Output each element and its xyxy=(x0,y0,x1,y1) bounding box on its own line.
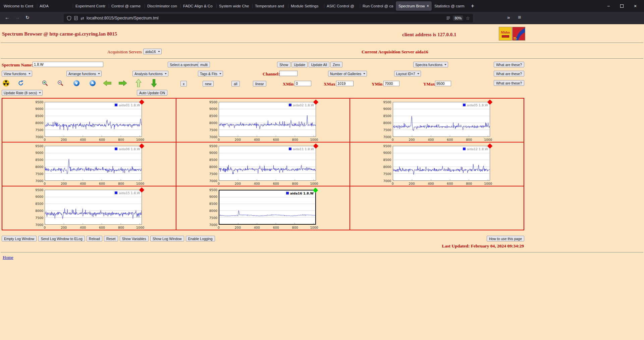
plot-area[interactable]: aida05 1.8.W xyxy=(393,102,490,137)
xmax-input[interactable] xyxy=(336,81,354,86)
browser-tab[interactable]: Control @ carme xyxy=(109,1,145,11)
browser-tab[interactable]: AIDA xyxy=(37,1,73,11)
auto-update-toggle[interactable]: Auto Update ON xyxy=(137,90,167,96)
permissions-icon[interactable]: ⇄ xyxy=(80,16,84,21)
what-are-these-button-1[interactable]: What are these? xyxy=(494,62,524,67)
refresh-icon[interactable] xyxy=(17,80,24,87)
y-tick-label: 8000 xyxy=(207,209,217,213)
url-bar[interactable]: ⇄ localhost:8015/Spectrum/Spectrum.tml 8… xyxy=(64,14,473,22)
green-arrow-down-icon[interactable] xyxy=(151,79,157,87)
plot-area[interactable]: aida01 1.8.W xyxy=(45,102,142,137)
page-info-icon[interactable] xyxy=(74,16,78,20)
multi-button[interactable]: multi xyxy=(198,62,210,67)
browser-tab[interactable]: System wide Che xyxy=(216,1,252,11)
y-tick-label: 7500 xyxy=(33,128,43,132)
analysis-functions-select[interactable]: Analysis functions xyxy=(132,71,168,76)
all-button[interactable]: all xyxy=(231,81,240,87)
green-arrow-right-icon[interactable] xyxy=(119,80,127,86)
menu-hamburger-icon[interactable]: ≡ xyxy=(518,14,521,20)
tab-title: Statistics @ carm xyxy=(434,4,465,8)
spectra-functions-select[interactable]: Spectra functions xyxy=(413,62,448,67)
show-button[interactable]: Show xyxy=(277,62,290,67)
update-all-button[interactable]: Update All xyxy=(309,62,329,67)
show-log-window-button[interactable]: Show Log Window xyxy=(150,236,184,241)
green-arrow-left-icon[interactable] xyxy=(103,80,111,86)
browser-tab[interactable]: Discriminator con xyxy=(145,1,180,11)
plot-area[interactable]: aida15 1.8.W xyxy=(45,190,142,225)
spectrum-name-input[interactable] xyxy=(33,62,103,67)
plot-area[interactable]: aida12 1.8.W xyxy=(393,146,490,181)
plot-area[interactable]: aida11 1.8.W xyxy=(219,146,316,181)
shield-icon[interactable] xyxy=(67,16,71,21)
new-button[interactable]: new xyxy=(203,81,214,87)
browser-tab[interactable]: Statistics @ carm xyxy=(432,1,468,11)
enable-logging-button[interactable]: Enable Logging xyxy=(186,236,215,241)
window-minimize-button[interactable]: − xyxy=(602,3,615,9)
spectrum-panel-aida11[interactable]: 7000750080008500900095000200400600800100… xyxy=(176,142,350,186)
show-variables-button[interactable]: Show Variables xyxy=(120,236,149,241)
spectrum-panel-aida01[interactable]: 7000750080008500900095000200400600800100… xyxy=(2,98,176,142)
zoom-level-badge[interactable]: 80% xyxy=(453,15,463,21)
layout-id-select[interactable]: Layout ID=7 xyxy=(394,71,421,76)
plot-area[interactable]: aida06 1.8.W xyxy=(45,146,142,181)
y-tick-label: 8500 xyxy=(381,158,391,162)
acquisition-server-select[interactable]: aida16 xyxy=(143,49,162,54)
sphere-arrow-up-icon[interactable] xyxy=(89,80,96,87)
what-are-these-button-2[interactable]: What are these? xyxy=(494,71,524,76)
url-text[interactable]: localhost:8015/Spectrum/Spectrum.tml xyxy=(87,16,444,20)
home-link[interactable]: Home xyxy=(3,255,13,260)
spectrum-panel-aida02[interactable]: 7000750080008500900095000200400600800100… xyxy=(176,98,350,142)
send-log-to-elog-button[interactable]: Send Log Window to ELog xyxy=(38,236,85,241)
green-arrow-up-icon[interactable] xyxy=(136,79,142,87)
tab-close-icon[interactable]: × xyxy=(427,4,429,8)
browser-tab[interactable]: FADC Align & Co xyxy=(180,1,216,11)
xmin-input[interactable] xyxy=(294,81,311,86)
spectrum-panel-aida15[interactable]: 7000750080008500900095000200400600800100… xyxy=(2,186,176,230)
legend-label: aida02 1.8.W xyxy=(293,103,314,107)
plot-area[interactable]: aida02 1.8.W xyxy=(219,102,316,137)
number-of-galleries-select[interactable]: Number of Galleries xyxy=(328,71,367,76)
spectrum-panel-aida12[interactable]: 7000750080008500900095000200400600800100… xyxy=(350,142,524,186)
reload-page-button[interactable]: Reload xyxy=(87,236,102,241)
new-tab-button[interactable]: + xyxy=(468,0,478,12)
browser-tab[interactable]: Temperature and xyxy=(252,1,288,11)
spectrum-panel-aida06[interactable]: 7000750080008500900095000200400600800100… xyxy=(2,142,176,186)
spectrum-panel-aida16[interactable]: 7000750080008500900095000200400600800100… xyxy=(176,186,350,230)
radiation-icon[interactable] xyxy=(3,80,9,87)
channel-input[interactable] xyxy=(279,71,298,76)
forward-button[interactable]: → xyxy=(15,14,20,20)
back-button[interactable]: ← xyxy=(5,14,10,20)
window-maximize-button[interactable] xyxy=(615,3,629,9)
tags-fits-select[interactable]: Tags & Fits xyxy=(198,71,223,76)
x-button[interactable]: x xyxy=(180,81,187,87)
overflow-chevron-icon[interactable]: » xyxy=(507,14,510,20)
arrange-functions-select[interactable]: Arrange functions xyxy=(66,71,102,76)
browser-tab-active[interactable]: Spectrum Brow× xyxy=(396,1,432,11)
reset-button[interactable]: Reset xyxy=(104,236,118,241)
legend-marker xyxy=(115,148,117,150)
sphere-arrow-down-icon[interactable] xyxy=(73,80,80,87)
browser-tab[interactable]: Module Settings xyxy=(288,1,324,11)
browser-tab[interactable]: Run Control @ ca xyxy=(360,1,396,11)
window-close-button[interactable]: × xyxy=(629,3,642,9)
reader-mode-icon[interactable] xyxy=(446,16,450,20)
browser-tab[interactable]: Experiment Contr xyxy=(73,1,109,11)
browser-tab[interactable]: Welcome to Cent xyxy=(1,1,37,11)
view-functions-select[interactable]: View functions xyxy=(2,71,32,76)
zoom-out-icon[interactable] xyxy=(57,80,64,87)
what-are-these-button-3[interactable]: What are these? xyxy=(494,80,524,86)
plot-area[interactable]: aida16 1.8.W xyxy=(219,190,316,225)
empty-log-window-button[interactable]: Empty Log Window xyxy=(2,236,37,241)
bookmark-star-icon[interactable]: ☆ xyxy=(466,15,470,21)
reload-button[interactable]: ↻ xyxy=(25,15,30,20)
ymax-input[interactable] xyxy=(435,81,451,86)
update-button[interactable]: Update xyxy=(291,62,308,67)
zero-button[interactable]: Zero xyxy=(330,62,342,67)
ymin-input[interactable] xyxy=(383,81,399,86)
update-rate-select[interactable]: Update Rate (8 secs) xyxy=(2,90,43,96)
how-to-use-button[interactable]: How to use this page xyxy=(487,236,524,241)
zoom-in-icon[interactable] xyxy=(42,80,48,87)
linear-button[interactable]: linear xyxy=(253,81,266,87)
browser-tab[interactable]: ASIC Control @ xyxy=(324,1,360,11)
spectrum-panel-aida05[interactable]: 7000750080008500900095000200400600800100… xyxy=(350,98,524,142)
